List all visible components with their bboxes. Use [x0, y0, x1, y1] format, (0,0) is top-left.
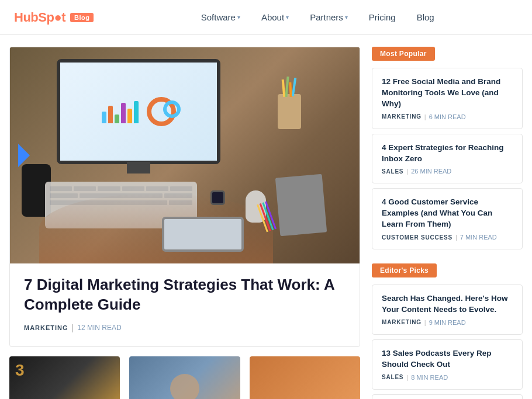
- article-card-ep-0-category: MARKETING: [382, 319, 422, 325]
- nav-software-label: Software: [201, 12, 236, 22]
- article-card-mp-0-readtime: 6 MIN READ: [429, 113, 466, 120]
- left-column: 7 Digital Marketing Strategies That Work…: [9, 47, 360, 399]
- article-card-ep-0-meta: MARKETING | 9 MIN READ: [382, 319, 513, 326]
- monitor-screen: [60, 63, 217, 161]
- article-card-mp-2-title: 4 Good Customer Service Examples (and Wh…: [382, 197, 513, 230]
- blog-badge: Blog: [70, 13, 94, 22]
- watch-shape: [210, 190, 225, 205]
- small-article-1[interactable]: 3 CHANCE: [9, 356, 120, 399]
- article-card-ep-0-title: Search Has Changed. Here's How Your Cont…: [382, 293, 513, 315]
- nav-blog-label: Blog: [417, 12, 434, 22]
- article-card-mp-2-category: CUSTOMER SUCCESS: [382, 234, 452, 241]
- article-card-ep-0[interactable]: Search Has Changed. Here's How Your Cont…: [372, 284, 523, 335]
- small-article-1-number: 3: [9, 356, 120, 384]
- bottom-articles: 3 CHANCE: [9, 356, 360, 399]
- nav-software-chevron: ▾: [237, 14, 240, 20]
- featured-separator: |: [72, 323, 74, 332]
- article-card-ep-1[interactable]: 13 Sales Podcasts Every Rep Should Check…: [372, 339, 523, 390]
- main-container: 7 Digital Marketing Strategies That Work…: [0, 35, 532, 399]
- article-card-mp-0[interactable]: 12 Free Social Media and Brand Monitorin…: [372, 68, 523, 129]
- featured-image: [10, 47, 360, 263]
- nav-partners[interactable]: Partners ▾: [300, 8, 357, 27]
- monitor-shape: [57, 59, 220, 164]
- article-card-mp-1-title: 4 Expert Strategies for Reaching Inbox Z…: [382, 143, 513, 165]
- article-card-mp-1-category: SALES: [382, 168, 403, 175]
- featured-image-bg: [10, 47, 360, 263]
- featured-category: MARKETING: [24, 324, 68, 331]
- tablet-shape: [162, 217, 244, 252]
- article-card-ep-1-meta: SALES | 8 MIN READ: [382, 374, 513, 381]
- article-card-mp-2[interactable]: 4 Good Customer Service Examples (and Wh…: [372, 188, 523, 249]
- main-nav: Software ▾ About ▾ Partners ▾ Pricing Bl…: [117, 8, 518, 27]
- nav-partners-label: Partners: [310, 12, 343, 22]
- nav-about[interactable]: About ▾: [252, 8, 298, 27]
- site-header: HubSp●t Blog Software ▾ About ▾ Partners…: [0, 0, 532, 35]
- pencil-cup: [278, 94, 301, 129]
- small-article-3[interactable]: [250, 356, 360, 399]
- logo[interactable]: HubSp●t Blog: [14, 10, 94, 25]
- featured-title: 7 Digital Marketing Strategies That Work…: [24, 275, 346, 315]
- editors-picks-badge: Editor's Picks: [372, 263, 437, 277]
- article-card-mp-1-meta: SALES | 26 MIN READ: [382, 168, 513, 175]
- featured-content: 7 Digital Marketing Strategies That Work…: [10, 263, 360, 346]
- article-card-ep-1-readtime: 8 MIN READ: [411, 374, 448, 381]
- arrow-shape: [18, 144, 30, 167]
- nav-blog[interactable]: Blog: [407, 8, 444, 27]
- article-card-ep-2[interactable]: Customer Success: The Third Growth Engin…: [372, 394, 523, 399]
- notebook-shape: [275, 174, 327, 237]
- featured-read-time: 12 MIN READ: [77, 324, 121, 332]
- logo-text: HubSp●t: [14, 10, 65, 25]
- most-popular-badge: Most Popular: [372, 47, 435, 61]
- nav-about-chevron: ▾: [286, 14, 289, 20]
- article-card-ep-1-category: SALES: [382, 374, 403, 380]
- featured-meta: MARKETING | 12 MIN READ: [24, 323, 346, 332]
- nav-pricing[interactable]: Pricing: [360, 8, 405, 27]
- article-card-mp-2-readtime: 7 MIN READ: [460, 234, 497, 241]
- monitor-stand: [127, 162, 150, 174]
- article-card-mp-1-readtime: 26 MIN READ: [411, 168, 451, 175]
- article-card-ep-1-title: 13 Sales Podcasts Every Rep Should Check…: [382, 348, 513, 370]
- right-column: Most Popular 12 Free Social Media and Br…: [372, 47, 523, 399]
- nav-software[interactable]: Software ▾: [192, 8, 250, 27]
- section-spacer: [372, 254, 523, 263]
- article-card-ep-0-readtime: 9 MIN READ: [429, 319, 466, 326]
- article-card-mp-0-meta: MARKETING | 6 MIN READ: [382, 113, 513, 120]
- nav-partners-chevron: ▾: [345, 14, 348, 20]
- nav-about-label: About: [261, 12, 284, 22]
- article-card-mp-2-meta: CUSTOMER SUCCESS | 7 MIN READ: [382, 234, 513, 241]
- featured-article[interactable]: 7 Digital Marketing Strategies That Work…: [9, 47, 360, 347]
- small-article-2-face: [170, 374, 199, 399]
- article-card-mp-0-title: 12 Free Social Media and Brand Monitorin…: [382, 77, 513, 110]
- small-article-2[interactable]: [129, 356, 240, 399]
- article-card-mp-1[interactable]: 4 Expert Strategies for Reaching Inbox Z…: [372, 134, 523, 184]
- article-card-mp-0-category: MARKETING: [382, 113, 422, 120]
- nav-pricing-label: Pricing: [369, 12, 396, 22]
